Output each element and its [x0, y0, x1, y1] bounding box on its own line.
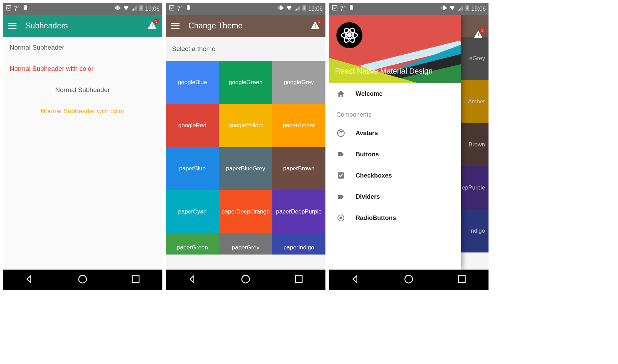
content: eGreyAmberBrownepPurpleIndigo 3 — [329, 15, 489, 270]
drawer-item-buttons[interactable]: Buttons — [329, 144, 461, 165]
svg-rect-38 — [446, 7, 447, 9]
svg-point-43 — [348, 34, 351, 37]
drawer-item-label: Avatars — [356, 130, 378, 137]
theme-googleYellow[interactable]: googleYellow — [219, 104, 272, 147]
android-icon — [348, 4, 355, 13]
face-icon — [336, 129, 345, 138]
home-icon[interactable] — [77, 274, 88, 286]
drawer-item-checkboxes[interactable]: Checkboxes — [329, 165, 461, 186]
check-icon — [336, 171, 345, 180]
svg-rect-21 — [282, 6, 283, 9]
theme-paperIndigo[interactable]: paperIndigo — [272, 233, 325, 255]
svg-rect-4 — [116, 5, 119, 10]
react-logo-icon — [336, 22, 362, 48]
svg-rect-29 — [295, 276, 302, 283]
svg-rect-8 — [120, 7, 121, 9]
theme-paperAmber[interactable]: paperAmber — [272, 104, 325, 147]
badge-count: 3 — [317, 18, 322, 24]
battery-icon — [139, 5, 143, 13]
drawer-item-label: Dividers — [356, 193, 380, 200]
battery-icon — [302, 5, 306, 13]
svg-rect-40 — [467, 5, 468, 6]
svg-rect-5 — [115, 6, 116, 9]
signal-icon — [457, 5, 464, 13]
badge-count: 3 — [153, 18, 159, 24]
label-icon — [336, 192, 345, 201]
back-icon[interactable] — [350, 274, 361, 286]
drawer-item-avatars[interactable]: Avatars — [329, 122, 461, 144]
label-icon — [336, 150, 345, 159]
svg-point-52 — [339, 217, 342, 219]
svg-rect-0 — [6, 5, 11, 10]
vibrate-icon — [114, 5, 121, 13]
drawer-item-welcome[interactable]: Welcome — [329, 83, 461, 104]
svg-point-28 — [242, 275, 250, 283]
theme-paperDeepOrange[interactable]: paperDeepOrange — [219, 190, 272, 233]
screen-drawer: 7° 19:06 eGreyAmberBrownepPurpleIndigo 3 — [329, 3, 489, 290]
recent-icon[interactable] — [131, 274, 141, 286]
theme-grid: googleBluegoogleGreengoogleGreygoogleRed… — [166, 61, 325, 255]
clock: 19:06 — [145, 5, 160, 12]
svg-point-47 — [337, 130, 344, 136]
navbar — [3, 270, 162, 290]
statusbar: 7° 19:06 — [166, 3, 325, 15]
svg-rect-16 — [187, 7, 190, 10]
svg-rect-1 — [24, 7, 27, 10]
home-icon[interactable] — [240, 274, 251, 286]
clock: 19:06 — [308, 5, 323, 12]
svg-rect-27 — [315, 27, 316, 28]
theme-paperBlueGrey[interactable]: paperBlueGrey — [219, 147, 272, 190]
drawer-item-label: Buttons — [356, 151, 379, 158]
android-icon — [22, 4, 29, 13]
theme-paperDeepPurple[interactable]: paperDeepPurple — [272, 190, 325, 233]
theme-paperBrown[interactable]: paperBrown — [272, 147, 325, 190]
svg-point-53 — [405, 275, 413, 283]
svg-point-33 — [352, 6, 353, 6]
theme-googleBlue[interactable]: googleBlue — [166, 61, 219, 104]
theme-googleGreen[interactable]: googleGreen — [219, 61, 272, 104]
svg-rect-7 — [115, 7, 115, 9]
svg-rect-10 — [141, 5, 142, 6]
svg-point-17 — [187, 6, 188, 6]
svg-rect-36 — [445, 6, 446, 9]
temperature: 7° — [14, 5, 20, 12]
navbar — [166, 270, 325, 290]
drawer-subheader-components: Components — [329, 104, 461, 122]
svg-point-49 — [342, 132, 343, 133]
svg-rect-23 — [283, 7, 284, 9]
signal-icon — [131, 5, 137, 13]
error-badge[interactable]: 3 — [473, 30, 483, 41]
badge-count: 3 — [480, 28, 485, 33]
recent-icon[interactable] — [294, 274, 304, 286]
wifi-icon — [123, 5, 129, 13]
theme-paperGreen[interactable]: paperGreen — [166, 233, 219, 255]
recent-icon[interactable] — [457, 274, 467, 286]
page-title: Subheaders — [25, 21, 138, 30]
theme-paperGrey[interactable]: paperGrey — [219, 233, 272, 255]
theme-paperBlue[interactable]: paperBlue — [166, 147, 219, 190]
menu-icon[interactable] — [171, 23, 180, 29]
navigation-drawer: React Native Material Design Welcome Com… — [329, 15, 461, 270]
temperature: 7° — [340, 5, 346, 12]
svg-rect-35 — [442, 6, 442, 9]
svg-point-48 — [339, 132, 341, 133]
menu-icon[interactable] — [8, 23, 16, 29]
error-badge[interactable]: 3 — [310, 21, 320, 31]
drawer-item-dividers[interactable]: Dividers — [329, 186, 461, 207]
theme-googleGrey[interactable]: googleGrey — [272, 61, 325, 104]
back-icon[interactable] — [187, 274, 198, 286]
error-badge[interactable]: 3 — [147, 21, 157, 31]
theme-paperCyan[interactable]: paperCyan — [166, 190, 219, 233]
svg-rect-30 — [332, 5, 337, 10]
svg-point-18 — [189, 6, 190, 6]
svg-rect-26 — [315, 24, 316, 26]
drawer-item-label: RadioButtons — [356, 214, 396, 222]
svg-rect-12 — [152, 27, 152, 28]
theme-googleRed[interactable]: googleRed — [166, 104, 219, 147]
drawer-item-label: Welcome — [356, 90, 383, 98]
subheader-normal: Normal Subheader — [3, 37, 162, 58]
back-icon[interactable] — [24, 274, 35, 286]
svg-rect-20 — [279, 6, 279, 9]
drawer-item-radiobuttons[interactable]: RadioButtons — [329, 207, 461, 222]
home-icon[interactable] — [404, 274, 414, 286]
